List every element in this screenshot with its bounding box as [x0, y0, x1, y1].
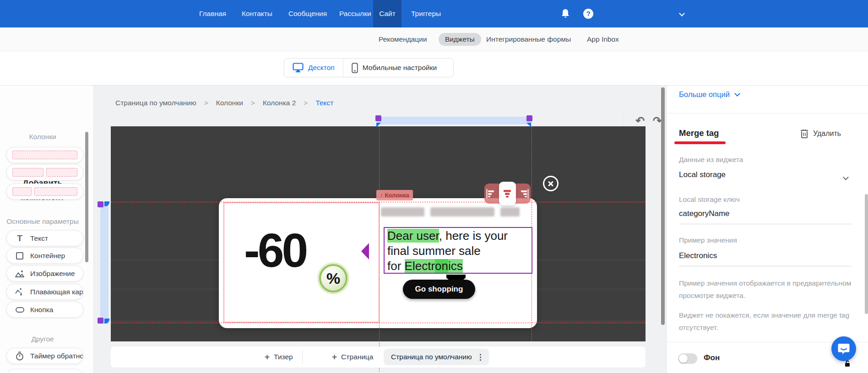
handle-bit: [104, 319, 109, 324]
example-hint-text: Пример значения отображается в предварит…: [679, 277, 862, 302]
handle-square[interactable]: [98, 201, 103, 207]
selection-guide-right: [532, 126, 532, 341]
percent-badge[interactable]: %: [319, 264, 347, 292]
mobile-icon: [352, 63, 358, 73]
pages-bottom-bar: [111, 346, 646, 368]
component-countdown-timer-button[interactable]: Таймер обратног: [6, 348, 83, 364]
selection-guide-bottom: [111, 323, 646, 323]
column-resize-handle-left[interactable]: [100, 203, 108, 324]
delete-merge-tag-button[interactable]: Удалить: [800, 129, 841, 138]
tab-widgets[interactable]: Виджеты: [439, 27, 481, 51]
handle-bit: [526, 123, 531, 127]
breadcrumb: Страница по умолчанию > Колонки > Колонк…: [115, 99, 333, 107]
column-tag[interactable]: ↑ Колонка: [376, 190, 413, 200]
component-more-button[interactable]: [6, 369, 83, 373]
nav-item-campaigns[interactable]: Рассылки: [335, 0, 376, 27]
columns-section-header: Колонки: [0, 133, 85, 141]
component-text-button[interactable]: T Текст: [6, 230, 83, 246]
handle-bit: [376, 123, 381, 127]
ghost-text-overlay: [381, 207, 424, 216]
column-layout-3-button[interactable]: [6, 184, 83, 200]
column-layout-1-button[interactable]: [6, 147, 83, 163]
breadcrumb-column-2[interactable]: Колонка 2: [263, 99, 296, 107]
plus-icon: +: [332, 352, 337, 362]
plus-icon: +: [265, 352, 270, 362]
tab-app-inbox[interactable]: App Inbox: [587, 27, 619, 51]
mobile-settings-button[interactable]: Мобильные настройки: [343, 59, 445, 77]
breadcrumb-default-page[interactable]: Страница по умолчанию: [115, 99, 196, 107]
add-teaser-button[interactable]: + Тизер: [265, 350, 293, 364]
widget-close-preview-button[interactable]: [543, 176, 559, 191]
more-options-button[interactable]: Больше опций: [679, 90, 739, 99]
handle-square[interactable]: [98, 318, 103, 324]
handle-bit: [104, 201, 109, 206]
breadcrumb-columns[interactable]: Колонки: [216, 99, 243, 107]
component-container-button[interactable]: Контейнер: [6, 248, 83, 264]
text-icon: T: [15, 233, 25, 243]
widget-editor-app: Главная Контакты Сообщения Рассылки Сайт…: [0, 0, 868, 373]
selection-guide-left: [379, 126, 380, 372]
data-source-chevron-icon[interactable]: [844, 173, 848, 181]
trash-icon: [800, 129, 808, 138]
svg-text:?: ?: [586, 10, 590, 17]
column-divider-arrow-icon[interactable]: [361, 243, 369, 259]
add-page-button[interactable]: + Страница: [332, 350, 373, 364]
background-label: Фон: [704, 353, 720, 362]
alignment-controls: [484, 184, 531, 204]
tab-integrated-forms[interactable]: Интегрированные формы: [486, 27, 571, 51]
handle-square[interactable]: [375, 115, 381, 121]
editor-toolbar: Десктоп Мобильные настройки ↶ ↷ Сохранит…: [0, 51, 868, 86]
tab-recommendations[interactable]: Рекомендации: [379, 27, 427, 51]
nav-item-messages[interactable]: Сообщения: [284, 0, 331, 27]
notifications-bell-icon[interactable]: [559, 8, 571, 20]
component-floating-image-button[interactable]: Плавающая карт: [6, 284, 83, 300]
chat-bubble-icon: [837, 342, 850, 355]
breadcrumb-text[interactable]: Текст: [315, 99, 333, 107]
data-source-select[interactable]: Local storage: [679, 170, 726, 179]
chat-launcher-button[interactable]: [831, 336, 856, 361]
components-sidebar: Добавить компонент Колонки Основные пара…: [0, 86, 94, 373]
kebab-menu-icon[interactable]: ⋮: [477, 352, 484, 362]
background-toggle[interactable]: [678, 353, 697, 364]
merge-tag-highlight: Electr: [405, 259, 435, 273]
component-image-button[interactable]: Изображение: [6, 265, 83, 281]
ghost-text-overlay: [500, 207, 520, 216]
column-layout-2-button[interactable]: [6, 164, 83, 180]
window-scrollbar[interactable]: [865, 194, 868, 314]
help-icon[interactable]: ?: [582, 8, 594, 20]
align-center-button[interactable]: [499, 182, 516, 205]
chevron-down-icon: [734, 91, 740, 97]
account-menu-chevron-icon[interactable]: [680, 11, 684, 16]
align-right-button[interactable]: [519, 189, 529, 199]
image-icon: [15, 270, 25, 277]
current-page-tab[interactable]: Страница по умолчанию ⋮: [384, 349, 489, 365]
component-button-button[interactable]: Кнопка: [6, 302, 83, 318]
nav-item-site[interactable]: Сайт: [373, 0, 401, 27]
data-source-label: Данные из виджета: [679, 156, 743, 164]
lock-icon: [845, 360, 850, 369]
params-section-header: Основные параметры: [0, 217, 85, 226]
example-value-input[interactable]: [679, 251, 830, 260]
example-value-label: Пример значения: [679, 236, 737, 244]
align-left-button[interactable]: [486, 189, 496, 199]
missing-value-hint-text: Виджет не покажется, если значение для m…: [679, 309, 862, 334]
go-shopping-button[interactable]: Go shopping: [403, 280, 475, 299]
canvas-scrollbar[interactable]: [661, 87, 665, 325]
storage-key-input[interactable]: [679, 209, 830, 218]
floating-image-icon: [15, 288, 25, 296]
device-mode-switch: Десктоп Мобильные настройки: [284, 58, 454, 77]
nav-item-contacts[interactable]: Контакты: [237, 0, 277, 27]
handle-square[interactable]: [526, 115, 532, 121]
nav-item-triggers[interactable]: Триггеры: [407, 0, 445, 27]
nav-item-main[interactable]: Главная: [195, 0, 231, 27]
text-element-selected[interactable]: Dear user, here is your final summer sal…: [384, 227, 532, 274]
top-navigation-bar: Главная Контакты Сообщения Рассылки Сайт…: [0, 0, 868, 27]
sidebar-scrollbar[interactable]: [85, 132, 88, 262]
column-resize-handle-top[interactable]: [378, 117, 532, 124]
merge-tag-title: Merge tag: [679, 128, 719, 138]
stopwatch-icon: [15, 351, 25, 361]
desktop-mode-button[interactable]: Десктоп: [284, 59, 343, 77]
site-subnav: Рекомендации Виджеты Интегрированные фор…: [0, 27, 868, 51]
desktop-icon: [293, 63, 304, 73]
arrow-up-icon: ↑: [380, 192, 383, 199]
